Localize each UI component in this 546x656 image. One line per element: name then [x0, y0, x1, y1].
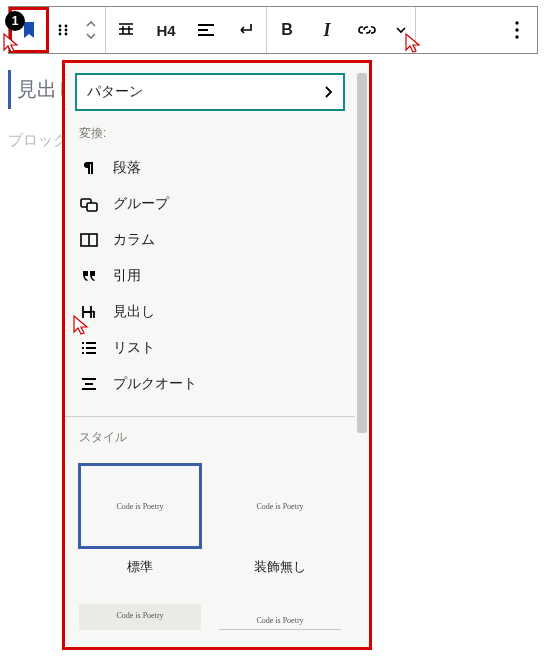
style-default[interactable]: Code is Poetry 標準 [79, 464, 201, 576]
transform-pullquote[interactable]: プルクオート [79, 366, 341, 402]
link-icon [357, 24, 377, 36]
transform-item-label: 引用 [113, 267, 141, 285]
svg-point-7 [65, 33, 68, 36]
scrollbar-thumb[interactable] [357, 73, 367, 433]
transform-item-label: 段落 [113, 159, 141, 177]
svg-point-2 [59, 25, 62, 28]
drag-handle[interactable] [49, 7, 77, 53]
transform-item-label: グループ [113, 195, 169, 213]
transform-list[interactable]: リスト [79, 330, 341, 366]
style-preview: Code is Poetry [79, 464, 201, 548]
style-label: 装飾無し [219, 558, 341, 576]
link-button[interactable] [347, 7, 387, 53]
pullquote-icon [79, 377, 99, 391]
align-icon [117, 21, 135, 39]
svg-rect-12 [87, 203, 97, 211]
h4-label: H4 [156, 22, 175, 39]
patterns-label: パターン [87, 83, 143, 101]
svg-point-9 [515, 28, 518, 31]
transform-section-label: 変換: [65, 111, 355, 150]
transform-item-label: リスト [113, 339, 155, 357]
more-vertical-icon [515, 21, 519, 39]
svg-point-8 [515, 21, 518, 24]
step-badge: 1 [4, 10, 26, 32]
quote-icon [79, 270, 99, 282]
style-label: 標準 [79, 558, 201, 576]
move-arrows-icon [84, 20, 98, 40]
svg-point-4 [59, 29, 62, 32]
block-switcher-panel: パターン 変換: 段落 グループ カラム 引用 見出し [62, 60, 372, 650]
annotation-cursor [72, 314, 90, 336]
style-section-label: スタイル [79, 429, 341, 450]
transform-columns[interactable]: カラム [79, 222, 341, 258]
patterns-button[interactable]: パターン [75, 73, 345, 111]
heading-level-button[interactable]: H4 [146, 7, 186, 53]
style-variant-4[interactable]: Code is Poetry [219, 604, 341, 630]
paragraph-icon [79, 160, 99, 176]
style-plain[interactable]: Code is Poetry 装飾無し [219, 464, 341, 576]
italic-button[interactable]: I [307, 7, 347, 53]
transform-paragraph[interactable]: 段落 [79, 150, 341, 186]
align-button[interactable] [106, 7, 146, 53]
style-preview: Code is Poetry [219, 604, 341, 630]
transform-quote[interactable]: 引用 [79, 258, 341, 294]
move-button[interactable] [77, 7, 105, 53]
return-button[interactable] [226, 7, 266, 53]
style-variant-3[interactable]: Code is Poetry [79, 604, 201, 630]
group-icon [79, 196, 99, 212]
transform-item-label: カラム [113, 231, 155, 249]
text-align-icon [197, 23, 215, 37]
svg-point-10 [515, 35, 518, 38]
transform-group[interactable]: グループ [79, 186, 341, 222]
svg-text:1: 1 [12, 14, 19, 28]
text-align-button[interactable] [186, 7, 226, 53]
annotation-cursor [2, 32, 20, 54]
bold-icon: B [281, 21, 293, 39]
block-toolbar: H4 B I [8, 6, 538, 54]
transform-heading[interactable]: 見出し [79, 294, 341, 330]
italic-icon: I [323, 20, 330, 41]
svg-point-6 [59, 33, 62, 36]
transform-item-label: 見出し [113, 303, 155, 321]
annotation-cursor [404, 32, 422, 54]
drag-icon [56, 23, 70, 37]
list-icon [79, 341, 99, 355]
svg-point-5 [65, 29, 68, 32]
transform-item-label: プルクオート [113, 375, 197, 393]
options-button[interactable] [497, 7, 537, 53]
return-icon [237, 22, 255, 38]
columns-icon [79, 233, 99, 247]
style-preview: Code is Poetry [219, 464, 341, 548]
chevron-right-icon [323, 85, 333, 99]
svg-point-3 [65, 25, 68, 28]
transform-list: 段落 グループ カラム 引用 見出し リスト [65, 150, 355, 416]
styles-section: スタイル Code is Poetry 標準 Code is Poetry 装飾… [65, 417, 355, 630]
style-preview: Code is Poetry [79, 604, 201, 630]
bold-button[interactable]: B [267, 7, 307, 53]
